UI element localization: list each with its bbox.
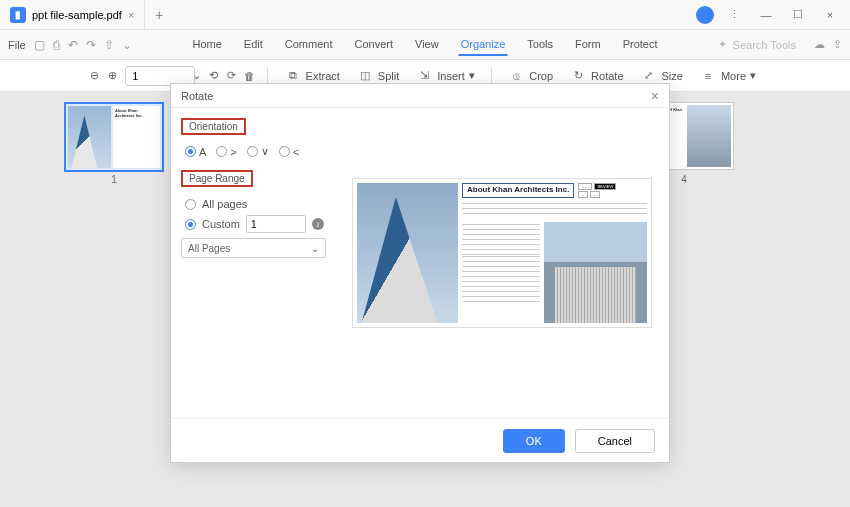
size-icon: ⤢ [640, 67, 658, 85]
tab-home[interactable]: Home [190, 34, 223, 56]
custom-range-input[interactable] [246, 215, 306, 233]
ok-button[interactable]: OK [503, 429, 565, 453]
wand-icon[interactable]: ✦ [718, 38, 727, 51]
tab-filename: ppt file-sample.pdf [32, 9, 122, 21]
minimize-button[interactable]: — [754, 5, 778, 25]
rotate-icon: ↻ [569, 67, 587, 85]
dialog-options: Orientation A > ∨ < Page Range All pages… [181, 118, 336, 408]
pages-filter-select[interactable]: All Pages⌄ [181, 238, 326, 258]
kebab-icon[interactable]: ⋮ [722, 5, 746, 25]
split-icon: ◫ [356, 67, 374, 85]
tab-protect[interactable]: Protect [621, 34, 660, 56]
window-controls: ⋮ — ☐ × [696, 5, 850, 25]
orientation-left-radio[interactable]: < [279, 146, 299, 158]
zoom-out-icon[interactable]: ⊖ [90, 67, 100, 85]
cancel-button[interactable]: Cancel [575, 429, 655, 453]
print-icon[interactable]: ⎙ [53, 38, 60, 52]
insert-icon: ⇲ [415, 67, 433, 85]
all-pages-radio[interactable]: All pages [185, 198, 336, 210]
tab-form[interactable]: Form [573, 34, 603, 56]
cloud-icon[interactable]: ☁ [814, 38, 825, 51]
close-window-button[interactable]: × [818, 5, 842, 25]
orientation-down-radio[interactable]: ∨ [247, 145, 269, 158]
zoom-in-icon[interactable]: ⊕ [108, 67, 118, 85]
chevron-down-icon: ▾ [469, 69, 475, 82]
rotate-right-icon[interactable]: ⟳ [226, 67, 236, 85]
ribbon-tabs: Home Edit Comment Convert View Organize … [190, 34, 659, 56]
orientation-right-radio[interactable]: > [216, 146, 236, 158]
add-tab-button[interactable]: + [145, 7, 173, 23]
orientation-portrait-radio[interactable]: A [185, 146, 206, 158]
file-menu[interactable]: File [8, 39, 26, 51]
undo-icon[interactable]: ↶ [68, 38, 78, 52]
menubar: File ▢ ⎙ ↶ ↷ ⇧ ⌄ Home Edit Comment Conve… [0, 30, 850, 60]
custom-radio[interactable] [185, 219, 196, 230]
tab-view[interactable]: View [413, 34, 441, 56]
preview-page: About Khan Architects Inc. ——REVIEW —— [352, 178, 652, 328]
app-icon: ▮ [10, 7, 26, 23]
chevron-down-icon: ▾ [750, 69, 756, 82]
chevron-down-icon: ⌄ [311, 243, 319, 254]
crop-icon: ⟃ [507, 67, 525, 85]
preview-area: About Khan Architects Inc. ——REVIEW —— [344, 118, 659, 408]
document-tab[interactable]: ▮ ppt file-sample.pdf × [0, 0, 145, 29]
rotate-left-icon[interactable]: ⟲ [209, 67, 219, 85]
info-icon[interactable]: i [312, 218, 324, 230]
extract-icon: ⧉ [284, 67, 302, 85]
dialog-close-icon[interactable]: × [651, 88, 659, 104]
delete-icon[interactable]: 🗑 [244, 67, 255, 85]
tab-comment[interactable]: Comment [283, 34, 335, 56]
maximize-button[interactable]: ☐ [786, 5, 810, 25]
custom-label: Custom [202, 218, 240, 230]
orientation-heading: Orientation [181, 118, 246, 135]
thumb-label-1: 1 [64, 174, 164, 185]
preview-doc-title: About Khan Architects Inc. [462, 183, 574, 198]
dialog-title: Rotate [181, 90, 213, 102]
save-icon[interactable]: ▢ [34, 38, 45, 52]
page-dropdown-icon[interactable]: ⌄ [191, 67, 201, 85]
page-thumbnail-1[interactable]: About Khan Architects Inc. [64, 102, 164, 172]
rotate-dialog: Rotate × Orientation A > ∨ < Page Range … [170, 83, 670, 463]
user-avatar-icon[interactable] [696, 6, 714, 24]
tab-organize[interactable]: Organize [459, 34, 508, 56]
share-icon[interactable]: ⇧ [104, 38, 114, 52]
titlebar: ▮ ppt file-sample.pdf × + ⋮ — ☐ × [0, 0, 850, 30]
tab-tools[interactable]: Tools [525, 34, 555, 56]
chevron-down-icon[interactable]: ⌄ [122, 38, 132, 52]
tab-edit[interactable]: Edit [242, 34, 265, 56]
close-tab-icon[interactable]: × [128, 9, 134, 21]
more-button[interactable]: ≡More▾ [695, 65, 760, 87]
tab-convert[interactable]: Convert [352, 34, 395, 56]
page-range-heading: Page Range [181, 170, 253, 187]
more-icon: ≡ [699, 67, 717, 85]
upload-icon[interactable]: ⇪ [833, 38, 842, 51]
search-tools[interactable]: Search Tools [733, 39, 796, 51]
redo-icon[interactable]: ↷ [86, 38, 96, 52]
